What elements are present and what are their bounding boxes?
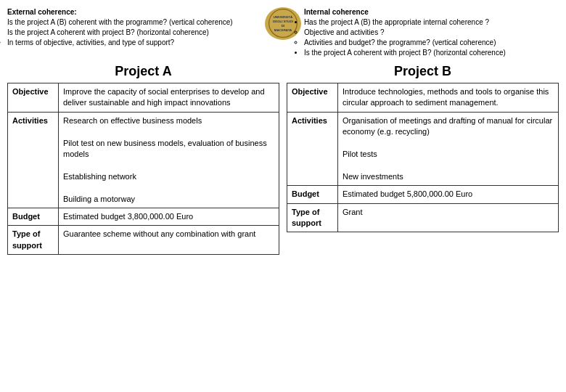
svg-text:DI: DI [282, 24, 284, 28]
project-b-table: Objective Introduce technologies, method… [287, 83, 559, 232]
svg-text:MACERATA: MACERATA [274, 29, 292, 33]
b-activity-2: Pilot tests [343, 149, 554, 160]
project-a-table: Objective Improve the capacity of social… [7, 83, 279, 255]
ext-item-1: Is the project A (B) coherent with the p… [7, 17, 262, 28]
project-b-support-row: Type ofsupport Grant [287, 203, 559, 232]
project-b-budget-label: Budget [287, 186, 338, 203]
project-a-budget-content: Estimated budget 3,800,000.00 Euro [59, 208, 279, 225]
project-b-support-label: Type ofsupport [287, 203, 338, 232]
int-item-1: Has the project A (B) the appropriate in… [304, 17, 559, 28]
svg-text:UNIVERSITÀ: UNIVERSITÀ [274, 15, 293, 19]
project-b-support-content: Grant [338, 203, 559, 232]
project-b-activities-row: Activities Organisation of meetings and … [287, 112, 559, 185]
ext-item-2: Is the project A coherent with project B… [7, 28, 262, 38]
project-a: Project A Objective Improve the capacity… [7, 64, 279, 255]
university-logo: UNIVERSITÀ DEGLI STUDI DI MACERATA [262, 7, 304, 40]
project-a-objective-label: Objective [8, 83, 59, 113]
activity-1: Research on effective business models [63, 115, 274, 126]
project-a-activities-label: Activities [8, 112, 59, 208]
project-a-support-content: Guarantee scheme without any combination… [59, 226, 279, 255]
internal-coherence-list: Has the project A (B) the appropriate in… [304, 17, 559, 58]
project-a-budget-label: Budget [8, 208, 59, 225]
project-b-budget-row: Budget Estimated budget 5,800,000.00 Eur… [287, 186, 559, 203]
project-a-activities-content: Research on effective business models Pi… [59, 112, 279, 208]
project-b-objective-row: Objective Introduce technologies, method… [287, 83, 559, 113]
project-b-objective-content: Introduce technologies, methods and tool… [338, 83, 559, 113]
activity-2: Pilot test on new business models, evalu… [63, 138, 274, 160]
project-b-budget-content: Estimated budget 5,800,000.00 Euro [338, 186, 559, 203]
b-activity-1: Organisation of meetings and drafting of… [343, 115, 554, 138]
internal-coherence-title: Internal coherence [304, 7, 559, 17]
project-a-budget-row: Budget Estimated budget 3,800,000.00 Eur… [8, 208, 279, 225]
header-section: External coherence: Is the project A (B)… [7, 7, 559, 58]
activity-4: Building a motorway [63, 194, 274, 205]
projects-section: Project A Objective Improve the capacity… [7, 64, 559, 255]
project-b-objective-label: Objective [287, 83, 338, 113]
internal-coherence-block: Internal coherence Has the project A (B)… [304, 7, 559, 58]
int-item-4: Is the project A coherent with project B… [304, 48, 559, 58]
project-a-support-row: Type ofsupport Guarantee scheme without … [8, 226, 279, 255]
ext-item-3: In terms of objective, activities, and t… [7, 38, 262, 48]
external-coherence-title: External coherence: [7, 7, 262, 17]
int-item-2: Objective and activities ? [304, 28, 559, 38]
project-a-support-label: Type ofsupport [8, 226, 59, 255]
external-coherence-list: Is the project A (B) coherent with the p… [7, 17, 262, 48]
b-activity-3: New investments [343, 171, 554, 182]
project-b-title: Project B [287, 64, 559, 79]
project-a-objective-content: Improve the capacity of social enterpris… [59, 83, 279, 113]
project-b-activities-content: Organisation of meetings and drafting of… [338, 112, 559, 185]
project-a-activities-row: Activities Research on effective busines… [8, 112, 279, 208]
int-item-3: Activities and budget? the programme? (v… [304, 38, 559, 48]
project-b: Project B Objective Introduce technologi… [287, 64, 559, 255]
project-b-activities-label: Activities [287, 112, 338, 185]
project-a-title: Project A [7, 64, 279, 79]
external-coherence-block: External coherence: Is the project A (B)… [7, 7, 262, 48]
project-a-objective-row: Objective Improve the capacity of social… [8, 83, 279, 113]
activity-3: Establishing network [63, 171, 274, 182]
svg-text:DEGLI STUDI: DEGLI STUDI [273, 20, 293, 23]
